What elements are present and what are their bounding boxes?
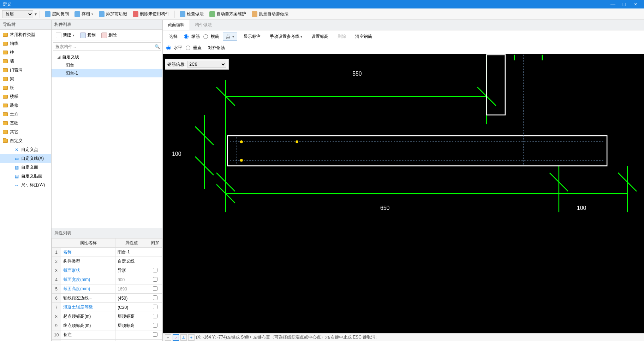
tab-section-edit[interactable]: 截面编辑	[163, 20, 190, 30]
property-row[interactable]: 10备注	[52, 330, 162, 340]
floor-select[interactable]: 首层	[2, 10, 33, 18]
vertical-rebar-radio[interactable]: 纵筋	[184, 34, 200, 40]
status-icon-4[interactable]: +	[188, 334, 195, 341]
row-number: 2	[52, 257, 61, 266]
nav-item[interactable]: 板	[0, 83, 51, 92]
section-canvas[interactable]: 钢筋信息: 2C6	[163, 54, 644, 333]
tab-component-method[interactable]: 构件做法	[190, 20, 217, 30]
property-value[interactable]: 1690	[115, 284, 148, 294]
property-value[interactable]: 异形	[115, 266, 148, 275]
tree-item[interactable]: 阳台-1	[52, 69, 162, 77]
property-row[interactable]: 9终点顶标高(m)层顶标高	[52, 321, 162, 330]
extra-checkbox[interactable]	[153, 314, 157, 318]
check-method-button[interactable]: 检查做法	[178, 10, 206, 18]
rebar-info-select[interactable]: 2C6	[187, 61, 226, 68]
property-row[interactable]: 6轴线距左边线...(450)	[52, 294, 162, 303]
nav-item[interactable]: 基础	[0, 119, 51, 128]
property-row[interactable]: 11+钢筋业务属性	[52, 340, 162, 341]
property-row[interactable]: 2构件类型自定义线	[52, 257, 162, 266]
close-button[interactable]: ×	[630, 1, 641, 7]
row-number: 4	[52, 275, 61, 284]
nav-item[interactable]: ▨自定义面	[0, 163, 51, 172]
nav-item[interactable]: 柱	[0, 48, 51, 57]
nav-item[interactable]: ✕自定义点	[0, 145, 51, 154]
status-icon-2[interactable]: ⟋	[173, 334, 179, 341]
property-row[interactable]: 1名称阳台-1	[52, 248, 162, 257]
nav-item[interactable]: ↔尺寸标注(W)	[0, 181, 51, 189]
archive-icon	[74, 11, 80, 17]
nav-item[interactable]: 轴线	[0, 39, 51, 48]
auto-scheme-icon	[209, 11, 215, 17]
floor-dropdown-icon[interactable]: ▾	[35, 12, 37, 17]
property-row[interactable]: 7混凝土强度等级(C20)	[52, 303, 162, 312]
tree-toggle-icon[interactable]: ◢	[57, 54, 61, 59]
show-annotation-button[interactable]: 显示标注	[241, 33, 263, 40]
status-icon-1[interactable]: ⌐	[165, 334, 171, 341]
select-tool[interactable]: 选择	[166, 33, 180, 40]
horizontal-radio[interactable]: 水平	[166, 45, 182, 51]
folder-icon	[3, 33, 8, 37]
auto-scheme-button[interactable]: 自动套方案维护	[207, 10, 248, 18]
copy-floor-button[interactable]: 层间复制	[43, 10, 71, 18]
nav-item[interactable]: 楼梯	[0, 92, 51, 101]
batch-auto-button[interactable]: 批量自动套做法	[250, 10, 291, 18]
vertical-radio[interactable]: 垂直	[186, 45, 202, 51]
property-value[interactable]: (C20)	[115, 303, 148, 312]
manual-ref-line-button[interactable]: 手动设置参考线	[267, 33, 305, 40]
extra-checkbox[interactable]	[153, 323, 157, 328]
extra-checkbox[interactable]	[153, 332, 157, 337]
property-value[interactable]: (450)	[115, 294, 148, 303]
property-row[interactable]: 4截面宽度(mm)900	[52, 275, 162, 284]
maximize-button[interactable]: □	[619, 1, 630, 7]
property-value[interactable]: 900	[115, 275, 148, 284]
nav-item[interactable]: 土方	[0, 110, 51, 119]
nav-item[interactable]: 门窗洞	[0, 66, 51, 75]
nav-item[interactable]: 其它	[0, 128, 51, 136]
point-tool[interactable]: 点	[223, 33, 237, 41]
nav-item[interactable]: 装修	[0, 101, 51, 110]
property-row[interactable]: 8起点顶标高(m)层顶标高	[52, 312, 162, 321]
nav-item[interactable]: 梁	[0, 75, 51, 83]
extra-checkbox[interactable]	[153, 268, 157, 272]
extra-cell	[148, 312, 162, 321]
delete-unused-button[interactable]: 删除未使用构件	[131, 10, 172, 18]
property-value[interactable]	[115, 340, 148, 341]
nav-item[interactable]: 墙	[0, 57, 51, 66]
folder-icon	[3, 121, 8, 125]
property-value[interactable]: 层顶标高	[115, 321, 148, 330]
horizontal-rebar-radio[interactable]: 横筋	[203, 34, 219, 40]
property-row[interactable]: 5截面高度(mm)1690	[52, 284, 162, 294]
property-value[interactable]: 阳台-1	[115, 248, 148, 257]
tree-item[interactable]: 阳台	[52, 61, 162, 69]
extra-checkbox[interactable]	[153, 286, 157, 291]
property-row[interactable]: 3截面形状异形	[52, 266, 162, 275]
extra-checkbox[interactable]	[153, 305, 157, 309]
property-value[interactable]: 自定义线	[115, 257, 148, 266]
editor-tabs: 截面编辑 构件做法	[163, 20, 644, 30]
nav-item[interactable]: 常用构件类型	[0, 30, 51, 39]
clear-rebar-button[interactable]: 清空钢筋	[352, 33, 375, 40]
search-icon[interactable]: 🔍	[154, 44, 161, 49]
property-value[interactable]	[115, 330, 148, 340]
nav-header: 导航树	[0, 20, 51, 30]
extra-checkbox[interactable]	[153, 295, 157, 300]
archive-button[interactable]: 存档▾	[72, 10, 95, 18]
nav-item[interactable]: ▭自定义线(X)	[0, 154, 51, 163]
rebar-info-box: 钢筋信息: 2C6	[165, 59, 229, 70]
new-button[interactable]: 新建▾	[54, 31, 77, 39]
copy-button[interactable]: 复制	[78, 31, 98, 39]
search-input[interactable]	[53, 43, 154, 51]
property-value[interactable]: 层顶标高	[115, 312, 148, 321]
delete-button[interactable]: 删除	[99, 31, 119, 39]
property-name: 构件类型	[63, 259, 80, 264]
nav-item[interactable]: ▤自定义贴面	[0, 172, 51, 181]
align-rebar-button[interactable]: 对齐钢筋	[205, 44, 228, 52]
add-prefix-button[interactable]: 添加前后缀	[97, 10, 129, 18]
status-icon-3[interactable]: ⊥	[180, 334, 187, 341]
delete-rebar-button[interactable]: 删除	[335, 33, 349, 40]
tree-item[interactable]: ◢自定义线	[52, 53, 162, 61]
minimize-button[interactable]: —	[607, 1, 619, 7]
set-elevation-button[interactable]: 设置标高	[309, 33, 331, 40]
nav-item[interactable]: 自定义	[0, 136, 51, 145]
extra-checkbox[interactable]	[153, 277, 157, 282]
